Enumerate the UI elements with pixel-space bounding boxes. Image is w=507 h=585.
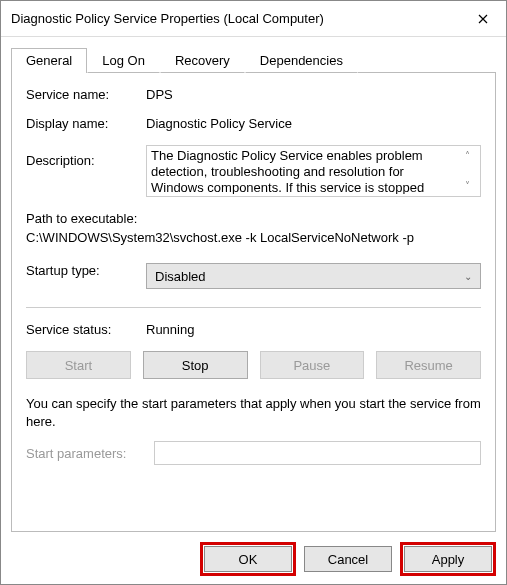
start-params-label: Start parameters: [26,446,146,461]
pause-button: Pause [260,351,365,379]
apply-button[interactable]: Apply [404,546,492,572]
tab-general[interactable]: General [11,48,87,73]
title-bar: Diagnostic Policy Service Properties (Lo… [1,1,506,37]
tab-logon[interactable]: Log On [87,48,160,73]
startup-type-label: Startup type: [26,263,146,278]
startup-type-value: Disabled [155,269,206,284]
tab-strip: General Log On Recovery Dependencies [1,37,506,72]
description-label: Description: [26,145,146,168]
service-status-value: Running [146,322,481,337]
description-text: The Diagnostic Policy Service enables pr… [151,148,458,194]
window-title: Diagnostic Policy Service Properties (Lo… [11,11,460,26]
start-params-input [154,441,481,465]
description-scrollbar[interactable]: ˄ ˅ [458,148,476,194]
tab-recovery[interactable]: Recovery [160,48,245,73]
description-box[interactable]: The Diagnostic Policy Service enables pr… [146,145,481,197]
divider [26,307,481,308]
ok-button[interactable]: OK [204,546,292,572]
dialog-buttons: OK Cancel Apply [1,532,506,584]
close-icon [478,14,488,24]
scroll-down-icon[interactable]: ˅ [458,178,476,194]
startup-type-row: Startup type: Disabled ⌄ [26,263,481,289]
service-status-label: Service status: [26,322,146,337]
scroll-up-icon[interactable]: ˄ [458,148,476,164]
service-status-row: Service status: Running [26,322,481,337]
display-name-value: Diagnostic Policy Service [146,116,481,131]
startup-type-select[interactable]: Disabled ⌄ [146,263,481,289]
resume-button: Resume [376,351,481,379]
start-params-note: You can specify the start parameters tha… [26,395,481,431]
stop-button[interactable]: Stop [143,351,248,379]
path-value: C:\WINDOWS\System32\svchost.exe -k Local… [26,230,481,245]
service-control-buttons: Start Stop Pause Resume [26,351,481,379]
description-row: Description: The Diagnostic Policy Servi… [26,145,481,197]
chevron-down-icon: ⌄ [464,271,472,282]
close-button[interactable] [460,1,506,37]
tab-dependencies[interactable]: Dependencies [245,48,358,73]
cancel-button[interactable]: Cancel [304,546,392,572]
service-name-row: Service name: DPS [26,87,481,102]
start-button: Start [26,351,131,379]
service-name-value: DPS [146,87,481,102]
path-label: Path to executable: [26,211,481,226]
display-name-row: Display name: Diagnostic Policy Service [26,116,481,131]
service-name-label: Service name: [26,87,146,102]
start-params-row: Start parameters: [26,441,481,465]
display-name-label: Display name: [26,116,146,131]
general-panel: Service name: DPS Display name: Diagnost… [11,72,496,532]
